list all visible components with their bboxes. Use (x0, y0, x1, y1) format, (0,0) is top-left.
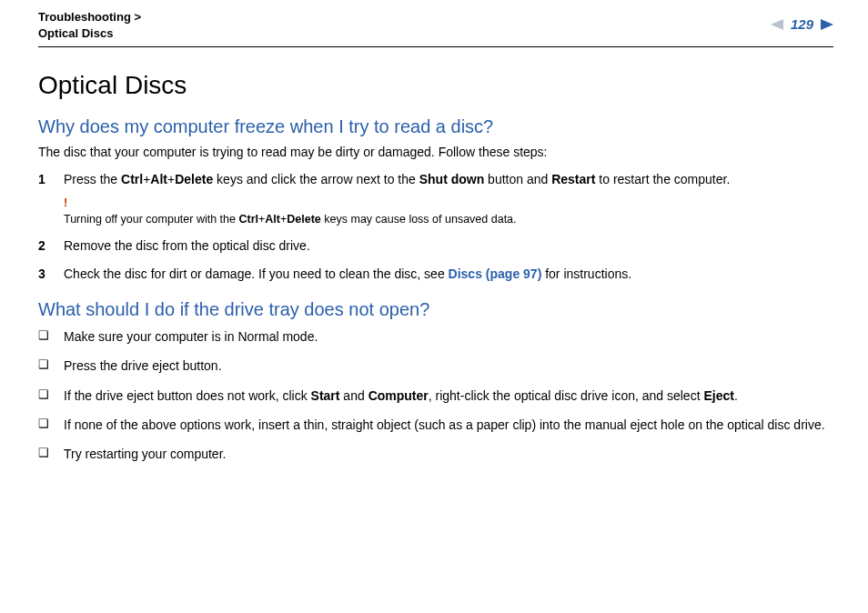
warning-icon: ! (64, 196, 833, 212)
question-heading-2: What should I do if the drive tray does … (38, 299, 833, 320)
page-header: Troubleshooting > Optical Discs 129 (38, 0, 833, 47)
breadcrumb-separator: > (131, 10, 141, 24)
breadcrumb-section: Troubleshooting (38, 10, 131, 24)
page-next-icon[interactable] (817, 19, 833, 30)
list-item: If the drive eject button does not work,… (38, 387, 833, 405)
list-item: Remove the disc from the optical disc dr… (38, 236, 833, 255)
page-title: Optical Discs (38, 71, 833, 100)
numbered-list: Press the Ctrl+Alt+Delete keys and click… (38, 170, 833, 283)
list-item: Try restarting your computer. (38, 445, 833, 463)
svg-marker-1 (821, 19, 833, 30)
paragraph: The disc that your computer is trying to… (38, 145, 833, 159)
list-item: Check the disc for dirt or damage. If yo… (38, 265, 833, 283)
breadcrumb: Troubleshooting > Optical Discs (38, 9, 141, 41)
cross-reference-link[interactable]: Discs (page 97) (449, 266, 542, 281)
page-number: 129 (789, 16, 815, 32)
breadcrumb-page: Optical Discs (38, 26, 113, 40)
list-item: Press the drive eject button. (38, 357, 833, 375)
list-item: If none of the above options work, inser… (38, 416, 833, 434)
page-navigator: 129 (771, 9, 833, 32)
page-prev-icon[interactable] (771, 19, 787, 30)
svg-marker-0 (771, 19, 783, 30)
list-item: Press the Ctrl+Alt+Delete keys and click… (38, 170, 833, 227)
bullet-list: Make sure your computer is in Normal mod… (38, 327, 833, 463)
question-heading-1: Why does my computer freeze when I try t… (38, 116, 833, 137)
warning-note: ! Turning off your computer with the Ctr… (64, 196, 833, 227)
list-item: Make sure your computer is in Normal mod… (38, 327, 833, 346)
